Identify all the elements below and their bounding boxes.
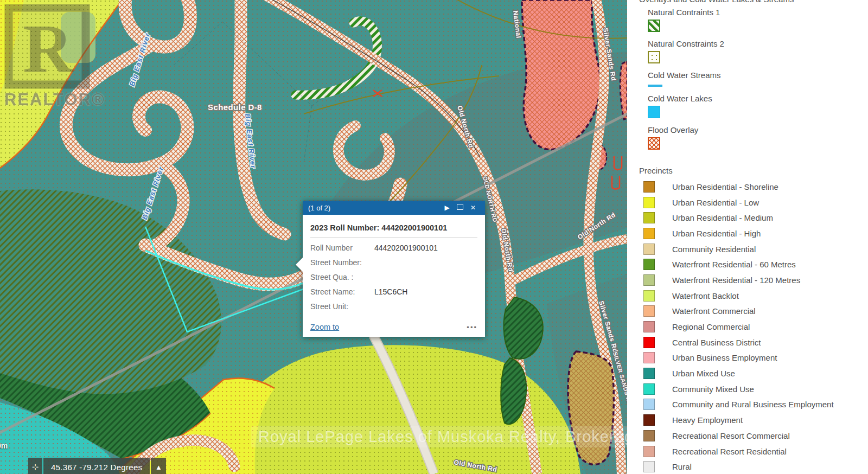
popup-pager: (1 of 2) (308, 204, 441, 212)
legend-item: Natural Contraints 1 (648, 8, 724, 32)
legend-panel: Overlays and Cold Water Lakes & Streams … (627, 0, 868, 474)
precinct-label: Recreational Resort Residential (672, 447, 787, 456)
popup-field-row: Roll Number444202001900101 (310, 244, 477, 252)
legend-precinct-row: Urban Business Employment (643, 350, 834, 366)
popup-divider (310, 238, 477, 238)
popup-footer: Zoom to ••• (310, 323, 477, 331)
popup-field-list: Roll Number444202001900101Street Number:… (310, 244, 477, 311)
legend-precinct-row: Urban Residential - Shoreline (643, 179, 834, 195)
coordinate-expand-icon[interactable]: ▲ (151, 458, 166, 474)
legend-item-label: Flood Overlay (648, 125, 724, 134)
precinct-label: Community Mixed Use (672, 385, 754, 394)
legend-precinct-row: Waterfront Residential - 60 Metres (643, 257, 834, 272)
next-feature-icon[interactable]: ▶ (441, 204, 454, 212)
precinct-label: Waterfront Residential - 60 Metres (672, 260, 796, 269)
map-canvas[interactable]: Schedule D-8Big East RiverBig East River… (0, 0, 627, 474)
precinct-label: Central Business District (672, 338, 761, 347)
precinct-label: Community Residential (672, 245, 756, 254)
precinct-label: Recreational Resort Commercial (672, 431, 790, 440)
legend-item-label: Cold Water Streams (648, 71, 724, 80)
legend-item-label: Natural Contraints 1 (648, 8, 724, 17)
legend-precinct-row: Urban Mixed Use (643, 366, 834, 381)
legend-precinct-row: Waterfront Residential - 120 Metres (643, 272, 834, 288)
precinct-label: Urban Mixed Use (672, 369, 735, 378)
precinct-label: Urban Residential - Shoreline (672, 182, 778, 191)
precinct-color-swatch (643, 290, 655, 302)
popup-field-row: Street Name:L15C6CH (310, 287, 477, 296)
field-label: Street Number: (310, 258, 374, 267)
legend-precinct-row: Central Business District (643, 335, 834, 350)
crosshair-icon[interactable]: ⊹ (28, 458, 42, 474)
legend-item: Natural Constraints 2 (648, 39, 724, 63)
precinct-color-swatch (643, 212, 655, 223)
legend-item-label: Cold Water Lakes (648, 94, 724, 103)
hatch-green-swatch (648, 20, 660, 32)
precinct-color-swatch (643, 461, 655, 472)
legend-precinct-row: Recreational Resort Commercial (643, 428, 834, 444)
legend-precinct-row: Regional Commercial (643, 319, 834, 335)
legend-overlay-items: Natural Contraints 1Natural Constraints … (648, 8, 724, 157)
popup-more-actions-icon[interactable]: ••• (467, 323, 477, 331)
precinct-color-swatch (643, 321, 655, 332)
legend-precinct-row: Urban Residential - High (643, 226, 834, 241)
legend-precinct-row: Community Mixed Use (643, 381, 834, 397)
precinct-color-swatch (643, 352, 655, 363)
precinct-color-swatch (643, 446, 655, 457)
precinct-color-swatch (643, 228, 655, 239)
field-value: 444202001900101 (374, 244, 438, 252)
precinct-label: Urban Residential - Low (672, 198, 759, 207)
close-icon[interactable]: ✕ (467, 204, 480, 212)
legend-precinct-row: Waterfront Commercial (643, 304, 834, 319)
popup-field-row: Street Qua. : (310, 273, 477, 281)
precinct-color-swatch (643, 368, 655, 379)
legend-precinct-row: Rural (643, 459, 834, 474)
legend-precinct-row: Community and Rural Business Employment (643, 397, 834, 413)
precinct-color-swatch (643, 274, 655, 286)
dots-olive-swatch (648, 51, 660, 63)
field-label: Street Name: (310, 287, 374, 296)
map-label: Schedule D-8 (208, 103, 262, 112)
precinct-color-swatch (643, 414, 655, 426)
field-label: Roll Number (310, 244, 374, 252)
legend-item-label: Natural Constraints 2 (648, 39, 724, 48)
field-label: Street Qua. : (310, 273, 374, 281)
precinct-color-swatch (643, 244, 655, 255)
gis-map-viewer: Schedule D-8Big East RiverBig East River… (0, 0, 868, 474)
precinct-color-swatch (643, 430, 655, 441)
precinct-label: Urban Residential - High (672, 229, 761, 238)
legend-precinct-row: Heavy Employment (643, 412, 834, 428)
popup-pointer (296, 257, 303, 272)
precinct-color-swatch (643, 399, 655, 410)
precinct-label: Urban Residential - Medium (672, 213, 773, 222)
field-label: Street Unit: (310, 302, 374, 311)
legend-precinct-row: Urban Residential - Medium (643, 210, 834, 226)
fill-cyan-swatch (648, 106, 660, 118)
legend-precincts-title: Precincts (639, 166, 673, 175)
popup-body: 2023 Roll Number: 444202001900101 Roll N… (303, 215, 485, 337)
precinct-color-swatch (643, 181, 655, 193)
precinct-label: Community and Rural Business Employment (672, 400, 834, 409)
precinct-label: Regional Commercial (672, 322, 750, 331)
precinct-label: Heavy Employment (672, 415, 743, 425)
legend-item: Cold Water Lakes (648, 94, 724, 118)
precinct-label: Waterfront Backlot (672, 291, 739, 300)
popup-field-row: Street Number: (310, 258, 477, 267)
map-zone-green-patch (61, 12, 95, 63)
maximize-icon[interactable] (454, 204, 467, 212)
precinct-label: Urban Business Employment (672, 353, 777, 362)
popup-header: (1 of 2) ▶ ✕ (303, 201, 485, 215)
legend-item: Flood Overlay (648, 125, 724, 150)
legend-item: Cold Water Streams (648, 71, 724, 87)
precinct-label: Waterfront Residential - 120 Metres (672, 276, 800, 285)
legend-precinct-rows: Urban Residential - ShorelineUrban Resid… (643, 179, 834, 474)
precinct-label: Rural (672, 462, 692, 471)
cross-orange-swatch (648, 137, 660, 150)
legend-precinct-row: Recreational Resort Residential (643, 444, 834, 459)
scale-bar-label: 0m (0, 441, 8, 450)
popup-field-row: Street Unit: (310, 302, 477, 311)
zoom-to-link[interactable]: Zoom to (310, 323, 339, 331)
precinct-color-swatch (643, 383, 655, 395)
precinct-color-swatch (643, 259, 655, 270)
coordinate-widget: ⊹ 45.367 -79.212 Degrees ▲ (28, 458, 166, 474)
precinct-color-swatch (643, 197, 655, 208)
